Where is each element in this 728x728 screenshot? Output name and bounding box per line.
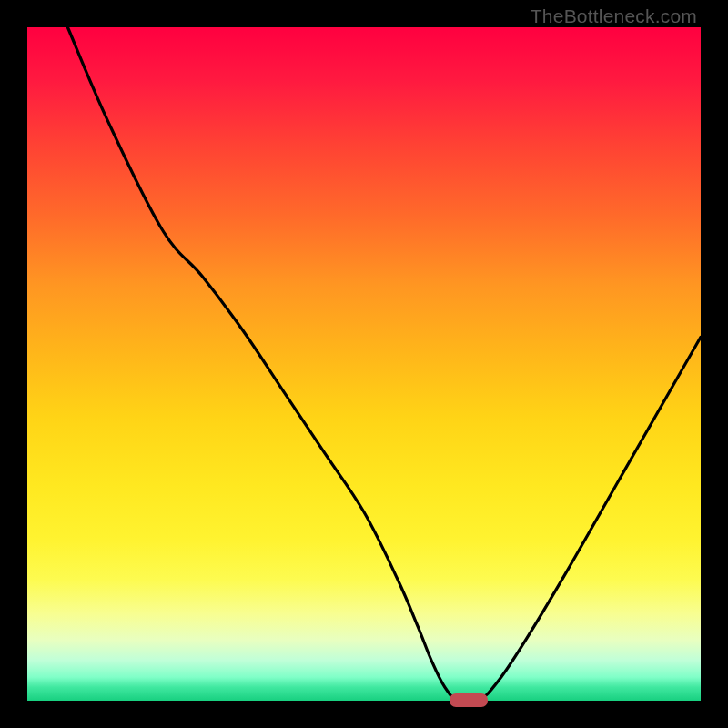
chart-container: TheBottleneck.com — [0, 0, 728, 728]
bottleneck-curve-path — [67, 27, 701, 703]
chart-svg — [27, 27, 701, 701]
optimal-marker — [450, 693, 488, 707]
watermark-text: TheBottleneck.com — [531, 5, 697, 27]
